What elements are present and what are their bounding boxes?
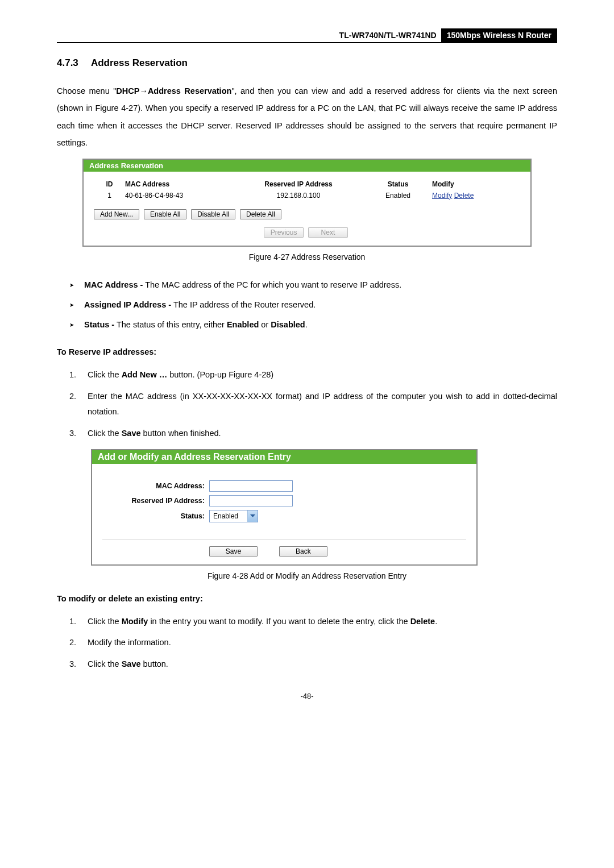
add-new-button[interactable]: Add New... bbox=[94, 209, 139, 219]
table-row: 1 40-61-86-C4-98-43 192.168.0.100 Enable… bbox=[94, 190, 520, 201]
reserve-heading: To Reserve IP addresses: bbox=[57, 347, 557, 356]
col-id: ID bbox=[94, 180, 125, 188]
figure-4-28: Add or Modify an Address Reservation Ent… bbox=[91, 449, 478, 566]
section-title-text: Address Reservation bbox=[91, 57, 188, 68]
section-number: 4.7.3 bbox=[57, 57, 78, 68]
figure-4-27-caption: Figure 4-27 Address Reservation bbox=[57, 252, 557, 261]
bullet-item: MAC Address - The MAC address of the PC … bbox=[69, 275, 557, 295]
page-number: -48- bbox=[57, 692, 557, 700]
next-button: Next bbox=[308, 227, 348, 238]
form-row-mac: MAC Address: bbox=[102, 479, 466, 493]
disable-all-button[interactable]: Disable All bbox=[191, 209, 235, 219]
bullet-list: MAC Address - The MAC address of the PC … bbox=[69, 275, 557, 335]
pager-row: Previous Next bbox=[94, 227, 520, 238]
form-area: MAC Address: Reserved IP Address: Status… bbox=[102, 471, 466, 529]
figure-title-bar: Add or Modify an Address Reservation Ent… bbox=[92, 450, 476, 464]
modify-heading: To modify or delete an existing entry: bbox=[57, 594, 557, 603]
chevron-down-icon bbox=[247, 510, 258, 522]
status-value: Enabled bbox=[210, 512, 247, 520]
back-button[interactable]: Back bbox=[279, 546, 327, 556]
figure-4-28-caption: Figure 4-28 Add or Modify an Address Res… bbox=[57, 571, 557, 580]
status-select[interactable]: Enabled bbox=[209, 510, 258, 522]
status-label: Status: bbox=[102, 512, 209, 520]
list-item: 1. Click the Modify in the entry you wan… bbox=[69, 611, 557, 633]
mac-input[interactable] bbox=[209, 480, 293, 492]
bullet-item: Status - The status of this entry, eithe… bbox=[69, 315, 557, 335]
figure-4-27: Address Reservation ID MAC Address Reser… bbox=[82, 159, 532, 247]
cell-ip: 192.168.0.100 bbox=[233, 192, 364, 200]
mac-label: MAC Address: bbox=[102, 482, 209, 490]
figure-title-bar: Address Reservation bbox=[84, 160, 530, 172]
col-ip: Reserved IP Address bbox=[233, 180, 364, 188]
bullet-item: Assigned IP Address - The IP address of … bbox=[69, 295, 557, 315]
list-item: 3. Click the Save button. bbox=[69, 654, 557, 675]
cell-status: Enabled bbox=[364, 192, 432, 200]
save-button[interactable]: Save bbox=[209, 546, 258, 556]
intro-paragraph: Choose menu "DHCP→Address Reservation", … bbox=[57, 82, 557, 152]
previous-button: Previous bbox=[264, 227, 304, 238]
modify-link[interactable]: Modify bbox=[432, 192, 452, 200]
form-row-status: Status: Enabled bbox=[102, 508, 466, 524]
modify-steps: 1. Click the Modify in the entry you wan… bbox=[69, 611, 557, 675]
ip-label: Reserved IP Address: bbox=[102, 497, 209, 505]
header-product: 150Mbps Wireless N Router bbox=[441, 28, 557, 42]
list-item: 1. Click the Add New … button. (Pop-up F… bbox=[69, 364, 557, 386]
delete-all-button[interactable]: Delete All bbox=[240, 209, 281, 219]
cell-mac: 40-61-86-C4-98-43 bbox=[125, 192, 233, 200]
save-button-row: Save Back bbox=[102, 539, 466, 556]
col-modify: Modify bbox=[432, 180, 520, 188]
reserve-steps: 1. Click the Add New … button. (Pop-up F… bbox=[69, 364, 557, 444]
ip-input[interactable] bbox=[209, 495, 293, 506]
form-row-ip: Reserved IP Address: bbox=[102, 493, 466, 508]
action-button-row: Add New... Enable All Disable All Delete… bbox=[94, 209, 520, 219]
list-item: 2. Modify the information. bbox=[69, 632, 557, 654]
col-status: Status bbox=[364, 180, 432, 188]
cell-modify: Modify Delete bbox=[432, 192, 520, 200]
delete-link[interactable]: Delete bbox=[454, 192, 474, 200]
list-item: 2. Enter the MAC address (in XX-XX-XX-XX… bbox=[69, 386, 557, 423]
list-item: 3. Click the Save button when finished. bbox=[69, 423, 557, 445]
enable-all-button[interactable]: Enable All bbox=[144, 209, 186, 219]
cell-id: 1 bbox=[94, 192, 125, 200]
reservation-table: ID MAC Address Reserved IP Address Statu… bbox=[94, 178, 520, 201]
page-header: TL-WR740N/TL-WR741ND 150Mbps Wireless N … bbox=[57, 28, 557, 43]
header-model: TL-WR740N/TL-WR741ND bbox=[57, 28, 441, 42]
section-heading: 4.7.3 Address Reservation bbox=[57, 57, 557, 69]
table-header-row: ID MAC Address Reserved IP Address Statu… bbox=[94, 178, 520, 190]
col-mac: MAC Address bbox=[125, 180, 233, 188]
